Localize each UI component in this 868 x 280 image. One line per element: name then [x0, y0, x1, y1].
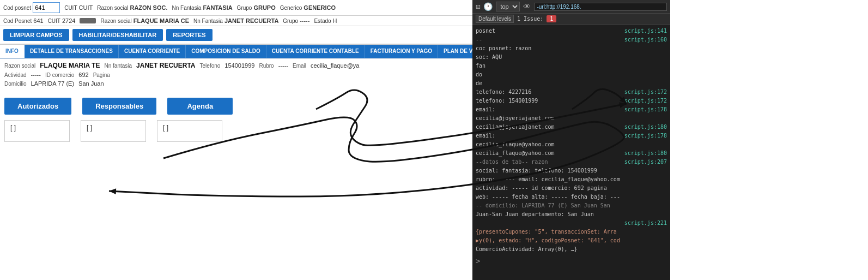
devtools-log-line: cecilia@joyeriajanet.comscript.js:180	[476, 123, 667, 131]
autorizados-bracket: [ ]	[4, 120, 70, 142]
razon2-value: FLAQUE MARIA CE	[133, 17, 189, 24]
cuit-value: CUIT	[79, 4, 93, 11]
devtools-log-line: soc: AQU	[476, 53, 667, 61]
devtools-log-text: actividad: ----- id comercio: 692 pagina	[476, 184, 667, 192]
devtools-log-link[interactable]: script.js:221	[624, 219, 667, 227]
devtools-log-line: telefono: 4227216script.js:172	[476, 88, 667, 96]
nn-fantasia-group: Nn Fantasia FANTASIA	[172, 4, 233, 11]
autorizados-button[interactable]: Autorizados	[4, 98, 71, 115]
devtools-log-link[interactable]: script.js:160	[624, 35, 667, 44]
devtools-log-line: coc posnet: razon	[476, 44, 667, 52]
devtools-levels-button[interactable]: Default levels	[476, 15, 514, 23]
devtools-log-text: social: fantasia: telefono: 154001999	[476, 166, 667, 175]
responsables-button[interactable]: Responsables	[82, 98, 156, 115]
devtools-log-text: -- domicilio: LAPRIDA 77 (E) San Juan Sa…	[476, 201, 667, 210]
razon-social-group: Razon social RAZON SOC.	[97, 4, 167, 11]
id-comercio-value: 692	[78, 72, 88, 78]
devtools-log-line: -- domicilio: LAPRIDA 77 (E) San Juan Sa…	[476, 201, 667, 210]
devtools-content[interactable]: posnetscript.js:141--script.js:160coc po…	[472, 25, 670, 280]
responsables-bracket: [ ]	[81, 120, 146, 142]
email-value: cecilia_flaque@ya	[311, 62, 359, 69]
devtools-log-line: ▶y(0), estado: "H", codigoPosnet: "641",…	[476, 236, 667, 245]
devtools-log-line: de	[476, 79, 667, 87]
devtools-eye-icon[interactable]: 👁	[523, 2, 531, 11]
devtools-log-line: cecilia_flaque@yahoo.comscript.js:180	[476, 149, 667, 157]
cod-posnet-group: Cod posnet	[3, 2, 60, 13]
devtools-log-link[interactable]: script.js:178	[624, 132, 667, 140]
devtools-log-line: email:script.js:178	[476, 132, 667, 140]
devtools-log-line: posnetscript.js:141	[476, 27, 667, 35]
cuit2-value: 2724	[62, 17, 75, 24]
devtools-context-dropdown[interactable]: top	[496, 2, 520, 11]
devtools-toolbar: ⊡ 🕐 top 👁	[472, 0, 670, 14]
rubro-label: Rubro	[259, 63, 274, 69]
devtools-log-text: ▶y(0), estado: "H", codigoPosnet: "641",…	[476, 236, 667, 245]
cuit-group: CUIT CUIT	[64, 4, 93, 11]
tab-composicion[interactable]: COMPOSICION DE SALDO	[186, 45, 266, 58]
habilitar-deshabilitar-button[interactable]: HABILITAR/DESHABILITAR	[72, 29, 163, 41]
devtools-log-line: email:script.js:178	[476, 105, 667, 114]
devtools-log-text: rubro: ----- email: cecilia_flaque@yahoo…	[476, 175, 667, 183]
devtools-log-line: rubro: ----- email: cecilia_flaque@yahoo…	[476, 175, 667, 183]
devtools-log-link[interactable]: script.js:178	[624, 105, 667, 114]
devtools-log-line: {presentoCupones: "5", transaccionSet: A…	[476, 228, 667, 236]
razon2-label: Razon social	[100, 18, 131, 24]
actividad-value: -----	[31, 72, 41, 78]
devtools-prompt-icon: >	[476, 257, 480, 265]
devtools-log-link[interactable]: script.js:180	[624, 149, 667, 157]
devtools-log-line: telefono: 154001999script.js:172	[476, 97, 667, 105]
cuit-label: CUIT	[64, 5, 77, 11]
razon2-group: Razon social FLAQUE MARIA CE	[100, 17, 189, 24]
devtools-log-text: web: ----- fecha alta: ----- fecha baja:…	[476, 193, 667, 201]
domicilio-value: LAPRIDA 77 (E)	[31, 80, 74, 87]
nn-fantasia-value: FANTASIA	[203, 4, 232, 11]
devtools-log-link[interactable]: script.js:207	[624, 158, 667, 166]
main-area: Cod posnet CUIT CUIT Razon social RAZON …	[0, 0, 670, 280]
razon-social-label: Razon social	[97, 5, 128, 11]
agenda-button[interactable]: Agenda	[167, 98, 233, 115]
tab-facturacion[interactable]: FACTURACION Y PAGO	[365, 45, 438, 58]
devtools-log-text: --datos de tab-- razon	[476, 158, 621, 166]
generico-group: Generico GENERICO	[280, 4, 336, 11]
devtools-log-link[interactable]: script.js:141	[624, 27, 667, 35]
limpiar-campos-button[interactable]: LIMPIAR CAMPOS	[3, 29, 69, 41]
devtools-clock-icon[interactable]: 🕐	[483, 2, 493, 11]
devtools-second-toolbar: Default levels 1 Issue: 1	[472, 14, 670, 25]
devtools-log-text: email:	[476, 105, 621, 114]
razon-social-value: RAZON SOC.	[130, 4, 167, 11]
devtools-log-line: social: fantasia: telefono: 154001999	[476, 166, 667, 175]
devtools-log-line: web: ----- fecha alta: ----- fecha baja:…	[476, 193, 667, 201]
devtools-log-link[interactable]: script.js:180	[624, 123, 667, 131]
actividad-label: Actividad	[4, 72, 27, 78]
cod-posnet-label: Cod posnet	[3, 5, 31, 11]
tab-cuenta[interactable]: CUENTA CORRIENTE	[119, 45, 186, 58]
devtools-log-text: posnet	[476, 27, 621, 35]
cod-posnet-input[interactable]	[33, 2, 60, 13]
devtools-log-text: cecilia_flaque@yahoo.com	[476, 149, 621, 157]
devtools-log-text: email:	[476, 132, 621, 140]
devtools-log-text: cecilia@joyeriajanet.com	[476, 114, 667, 122]
tab-cuentaContable[interactable]: CUENTA CORRIENTE CONTABLE	[266, 45, 365, 58]
pagina-label: Pagina	[93, 72, 110, 78]
tab-detalle[interactable]: DETALLE DE TRANSACCIONES	[25, 45, 119, 58]
tab-info[interactable]: INFO	[0, 45, 25, 58]
devtools-log-link[interactable]: script.js:172	[624, 97, 667, 105]
rubro-value: -----	[278, 62, 288, 69]
estado-group: Estado H	[314, 17, 337, 24]
grupo-group: Grupo GRUPO	[237, 4, 276, 11]
devtools-log-text: telefono: 4227216	[476, 88, 621, 96]
fantasia2-label: Nn Fantasia	[193, 18, 223, 24]
devtools-log-link[interactable]: script.js:172	[624, 88, 667, 96]
cod-posnet2-value: 641	[33, 17, 43, 24]
devtools-issue-badge[interactable]: 1	[547, 15, 556, 22]
devtools-log-text: cecilia@joyeriajanet.com	[476, 123, 621, 131]
reportes-button[interactable]: REPORTES	[166, 29, 213, 41]
id-comercio-label: ID comercio	[45, 72, 74, 78]
razon-display: FLAQUE MARIA TE	[40, 62, 100, 69]
devtools-panel-icon[interactable]: ⊡	[476, 2, 480, 11]
nn-fantasia-info-label: Nn fantasia	[104, 63, 132, 69]
nn-fantasia-display: JANET RECUERTA	[136, 62, 195, 69]
devtools-log-line: script.js:221	[476, 219, 667, 227]
cod-posnet2-label: Cod Posnet	[3, 18, 32, 24]
devtools-url-input[interactable]	[534, 3, 667, 11]
